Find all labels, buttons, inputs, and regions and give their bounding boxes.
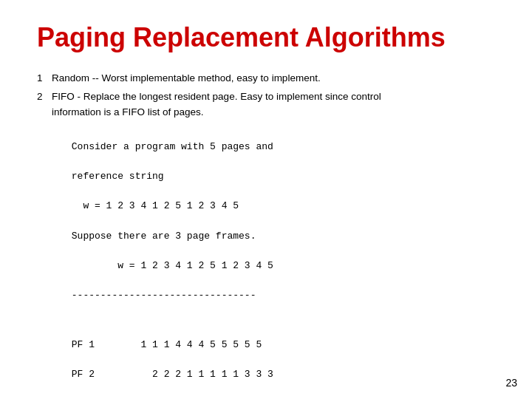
item-text-1: Random -- Worst implementable method, ea… (52, 71, 321, 86)
pf1-line: PF 1 1 1 1 4 4 4 5 5 5 5 5 (72, 339, 262, 350)
mono-program-lines: Consider a program with 5 pages and refe… (37, 125, 495, 318)
list-item-1: 1 Random -- Worst implementable method, … (37, 71, 495, 86)
slide-title: Paging Replacement Algorithms (37, 22, 495, 53)
mono-line-5: w = 1 2 3 4 1 2 5 1 2 3 4 5 (72, 260, 273, 271)
mono-divider-1: -------------------------------- (72, 290, 256, 301)
mono-line-1: Consider a program with 5 pages and (72, 141, 273, 152)
mono-line-3: w = 1 2 3 4 1 2 5 1 2 3 4 5 (72, 200, 239, 211)
item-number-2: 2 (37, 89, 52, 120)
page-number: 23 (505, 377, 517, 389)
mono-line-4: Suppose there are 3 page frames. (72, 231, 256, 242)
item-text-2: FIFO - Replace the longest resident page… (52, 89, 381, 120)
item-number-1: 1 (37, 71, 52, 86)
slide-container: Paging Replacement Algorithms 1 Random -… (0, 0, 532, 399)
list-item-2: 2 FIFO - Replace the longest resident pa… (37, 89, 495, 120)
mono-line-2: reference string (72, 171, 164, 182)
content-area: 1 Random -- Worst implementable method, … (37, 71, 495, 399)
table-block: PF 1 1 1 1 4 4 4 5 5 5 5 5 PF 2 2 2 2 1 … (37, 323, 495, 399)
pf2-line: PF 2 2 2 2 1 1 1 1 1 3 3 3 (72, 369, 273, 380)
